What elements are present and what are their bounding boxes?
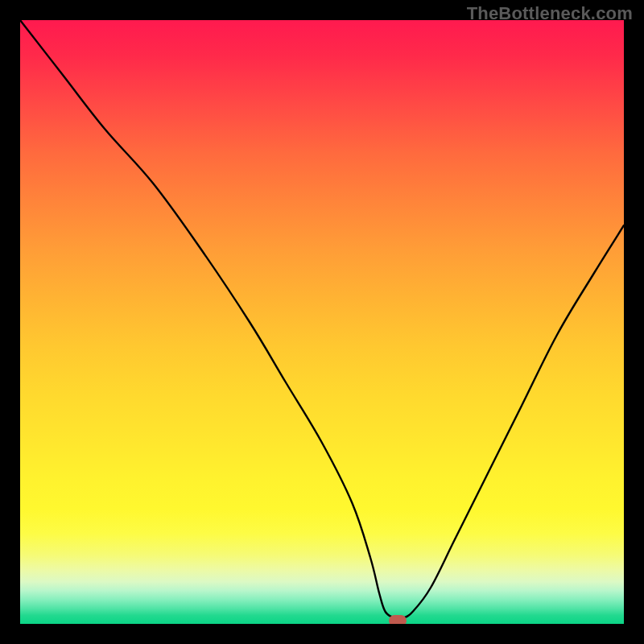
plot-area bbox=[20, 20, 624, 624]
watermark-text: TheBottleneck.com bbox=[467, 3, 633, 24]
minimum-marker bbox=[389, 615, 407, 625]
chart-frame: TheBottleneck.com bbox=[0, 0, 644, 644]
bottleneck-curve bbox=[20, 20, 624, 624]
